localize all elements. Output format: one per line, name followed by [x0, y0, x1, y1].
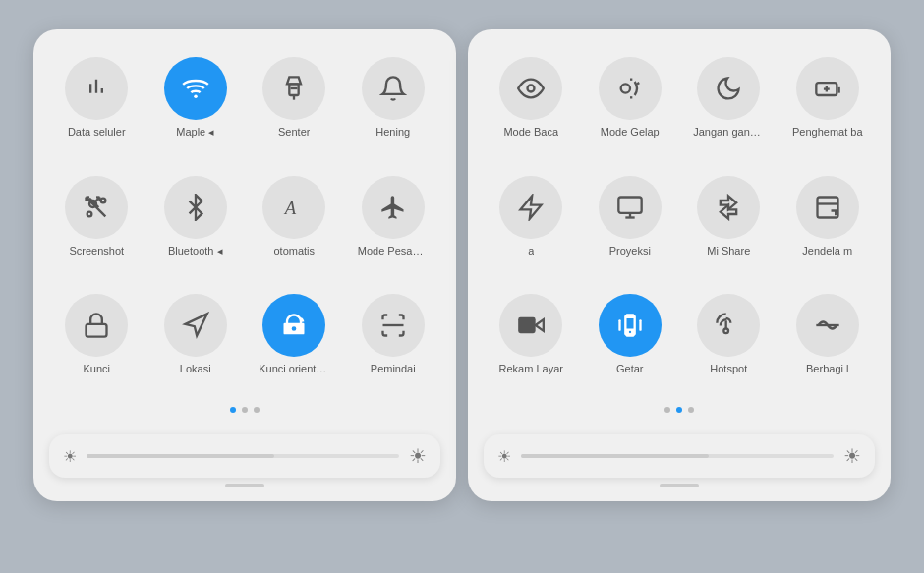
item-jangan-ganggu[interactable]: Jangan ganggu: [681, 49, 777, 160]
icon-jendela-m[interactable]: [796, 176, 859, 239]
dot-2: [242, 407, 248, 413]
svg-text:A: A: [283, 198, 297, 218]
label-penghemat-ba: Penghemat ba: [792, 126, 863, 139]
item-kunci[interactable]: Kunci: [49, 286, 144, 397]
icon-bluetooth[interactable]: [164, 176, 227, 239]
brightness-track-left[interactable]: [87, 454, 399, 458]
item-wifi[interactable]: Maple ◂: [148, 49, 244, 160]
label-otomatis: otomatis: [273, 245, 315, 258]
icon-rekam-layar[interactable]: [499, 294, 562, 357]
icon-getar[interactable]: [599, 294, 662, 357]
item-lokasi[interactable]: Lokasi: [148, 286, 244, 397]
brightness-track-right[interactable]: [521, 454, 834, 458]
icon-mi-share[interactable]: [697, 176, 760, 239]
icon-mode-baca[interactable]: [499, 57, 562, 120]
icon-mode-gelap[interactable]: [599, 57, 662, 120]
item-otomatis[interactable]: A otomatis: [247, 168, 342, 279]
label-wifi: Maple ◂: [176, 126, 214, 139]
label-kunci-orientasi: Kunci orientasi: [259, 363, 329, 375]
label-lokasi: Lokasi: [180, 363, 211, 375]
item-data-seluler[interactable]: Data seluler: [49, 49, 144, 160]
item-rekam-layar[interactable]: Rekam Layar: [484, 286, 579, 397]
label-mode-gelap: Mode Gelap: [601, 126, 660, 139]
icon-lokasi[interactable]: [164, 294, 227, 357]
svg-rect-1: [290, 84, 299, 95]
item-getar[interactable]: Getar: [583, 286, 678, 397]
panel-right: Mode Baca Mode Gelap: [468, 29, 891, 501]
item-penghem[interactable]: a: [484, 168, 579, 279]
dot-r2: [676, 407, 682, 413]
icon-mode-pesawat[interactable]: [362, 176, 425, 239]
icon-screenshot[interactable]: [65, 176, 128, 239]
item-berbagi[interactable]: Berbagi l: [780, 286, 876, 397]
label-mode-baca: Mode Baca: [503, 126, 558, 139]
brightness-min-icon: ☀: [63, 447, 77, 466]
label-hotspot: Hotspot: [710, 363, 747, 375]
item-mode-baca[interactable]: Mode Baca: [484, 49, 579, 160]
item-bluetooth[interactable]: Bluetooth ◂: [148, 168, 244, 279]
brightness-fill-right: [521, 454, 709, 458]
item-hening[interactable]: Hening: [346, 49, 441, 160]
panel-bottom-left: ☀ ☀: [49, 427, 440, 487]
svg-rect-36: [518, 317, 536, 333]
screen-container: Data seluler Maple ◂: [0, 0, 924, 573]
icon-penghemat-ba[interactable]: [796, 57, 859, 120]
icon-data-seluler[interactable]: [65, 57, 128, 120]
svg-marker-28: [521, 196, 542, 218]
svg-rect-29: [618, 197, 641, 212]
brightness-max-icon-r: ☀: [843, 444, 861, 468]
label-data-seluler: Data seluler: [68, 126, 126, 139]
label-bluetooth: Bluetooth ◂: [168, 245, 223, 258]
icon-kunci-orientasi[interactable]: [262, 294, 325, 357]
icon-jangan-ganggu[interactable]: [697, 57, 760, 120]
item-mi-share[interactable]: Mi Share: [681, 168, 777, 279]
item-pemindai[interactable]: Pemindai: [346, 286, 441, 397]
svg-rect-16: [87, 324, 107, 337]
item-mode-gelap[interactable]: Mode Gelap: [583, 49, 678, 160]
icon-hening[interactable]: [362, 57, 425, 120]
item-mode-pesawat[interactable]: Mode Pesawat: [346, 168, 441, 279]
label-mi-share: Mi Share: [707, 245, 750, 258]
svg-marker-33: [721, 204, 736, 218]
icon-senter[interactable]: [262, 57, 325, 120]
drag-handle-left: [225, 484, 264, 487]
label-mode-pesawat: Mode Pesawat: [358, 245, 429, 258]
brightness-bar-right[interactable]: ☀ ☀: [484, 434, 875, 478]
svg-point-13: [101, 198, 106, 202]
icon-pemindai[interactable]: [362, 294, 425, 357]
brightness-min-icon-r: ☀: [497, 447, 511, 466]
label-screenshot: Screenshot: [69, 245, 124, 258]
item-screenshot[interactable]: Screenshot: [49, 168, 144, 279]
item-hotspot[interactable]: Hotspot: [681, 286, 777, 397]
dot-r3: [688, 407, 694, 413]
icon-kunci[interactable]: [65, 294, 128, 357]
brightness-bar-left[interactable]: ☀ ☀: [49, 434, 440, 478]
item-kunci-orientasi[interactable]: Kunci orientasi: [247, 286, 342, 397]
icon-penghem[interactable]: [499, 176, 562, 239]
item-proyeksi[interactable]: Proyeksi: [583, 168, 678, 279]
dots-right: [484, 407, 875, 413]
brightness-fill-left: [87, 454, 274, 458]
dot-1: [230, 407, 236, 413]
svg-point-20: [620, 84, 629, 92]
dot-3: [254, 407, 260, 413]
icon-wifi[interactable]: [164, 57, 227, 120]
panel-bottom-right: ☀ ☀: [484, 427, 875, 487]
item-senter[interactable]: Senter: [247, 49, 342, 160]
icon-otomatis[interactable]: A: [262, 176, 325, 239]
label-pemindai: Pemindai: [371, 363, 416, 375]
item-penghemat-ba[interactable]: Penghemat ba: [780, 49, 876, 160]
label-hening: Hening: [375, 126, 410, 139]
icon-proyeksi[interactable]: [599, 176, 662, 239]
svg-point-39: [724, 329, 729, 334]
svg-line-23: [637, 83, 639, 84]
icon-berbagi[interactable]: [796, 294, 859, 357]
svg-point-0: [194, 94, 198, 98]
label-kunci: Kunci: [83, 363, 110, 375]
icon-hotspot[interactable]: [697, 294, 760, 357]
label-penghem: a: [528, 245, 534, 258]
item-jendela-m[interactable]: Jendela m: [780, 168, 876, 279]
icons-grid-left: Data seluler Maple ◂: [49, 49, 440, 397]
svg-point-12: [87, 211, 92, 216]
dots-left: [49, 407, 440, 413]
